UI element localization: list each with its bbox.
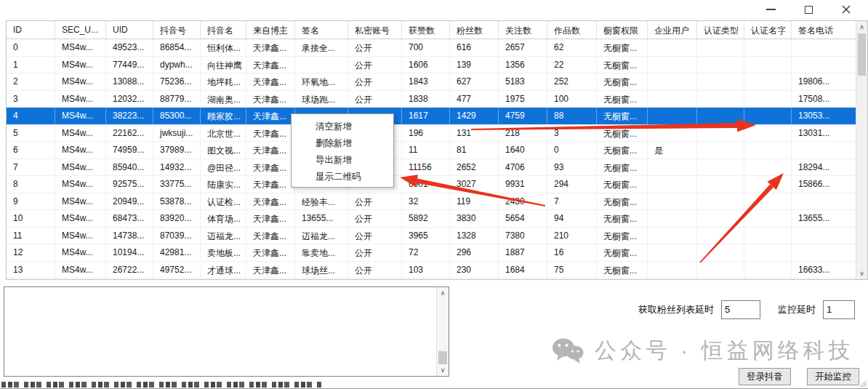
- login-douyin-button[interactable]: 登录抖音: [739, 368, 791, 385]
- table-cell: 5892: [402, 210, 450, 227]
- table-cell: 616: [450, 39, 499, 56]
- table-row[interactable]: 11MS4w...14738...87039...迈福龙...天津鑫...迈福龙…: [7, 228, 856, 245]
- table-cell: 球场跑...: [295, 91, 348, 108]
- minimize-button[interactable]: [752, 0, 789, 19]
- watermark-text: 公众号 · 恒益网络科技: [595, 336, 854, 366]
- table-cell: [792, 244, 856, 261]
- table-cell: 1356: [499, 57, 547, 73]
- table-row[interactable]: 10MS4w...68473...83920...体育场...天津鑫...136…: [7, 210, 856, 228]
- table-cell: 42981...: [153, 244, 201, 261]
- table-cell: 1838: [402, 91, 450, 108]
- table-row[interactable]: 2MS4w...13088...75236...地坪耗...天津鑫...环氧地.…: [7, 73, 856, 91]
- table-cell: MS4w...: [55, 57, 106, 73]
- table-cell: 天津鑫...: [246, 228, 295, 244]
- table-row[interactable]: 0MS4w...49523...86854...恒利体...天津鑫...承接全.…: [7, 39, 856, 57]
- table-row[interactable]: 12MS4w...10194...42981...卖地板...天津鑫...靠卖地…: [7, 244, 856, 262]
- table-cell: 100: [547, 91, 597, 108]
- log-output-area[interactable]: ∧ ∨: [4, 286, 449, 377]
- table-cell: [697, 193, 744, 210]
- fans-delay-label: 获取粉丝列表延时: [638, 303, 714, 316]
- table-row[interactable]: 6MS4w...74959...37989...图文视...天津鑫...1181…: [7, 142, 856, 159]
- scroll-down-icon[interactable]: ∨: [856, 268, 867, 279]
- table-cell: 天津鑫...: [246, 91, 295, 108]
- context-menu-item[interactable]: 导出新增: [292, 151, 393, 168]
- table-cell: MS4w...: [55, 73, 106, 90]
- table-cell: MS4w...: [55, 108, 106, 124]
- context-menu-item[interactable]: 清空新增: [292, 118, 393, 135]
- table-cell: [744, 228, 792, 244]
- table-row[interactable]: 9MS4w...20949...53878...认证检...天津鑫...经验丰.…: [7, 193, 856, 211]
- table-row[interactable]: 13MS4w...26722...49752...才通球...天津鑫...球场丝…: [7, 262, 856, 279]
- table-row[interactable]: 5MS4w...22162...jwksuji...北京世...天津鑫...19…: [7, 125, 856, 143]
- scroll-down-icon[interactable]: ∨: [437, 364, 449, 376]
- table-cell: 陆康实...: [201, 176, 246, 193]
- table-cell: 294: [547, 176, 597, 193]
- table-cell: MS4w...: [55, 142, 106, 159]
- column-header[interactable]: UID: [106, 21, 153, 39]
- table-columns-area: IDSEC_U...UID抖音号抖音名来自博主签名私密账号获赞数粉丝数关注数作品…: [7, 21, 856, 279]
- column-header[interactable]: 来自博主: [246, 21, 295, 39]
- scroll-up-icon[interactable]: ∧: [856, 21, 867, 33]
- table-cell: 10194...: [106, 244, 153, 261]
- scrollbar-thumb[interactable]: [858, 33, 866, 76]
- close-button[interactable]: [827, 0, 865, 19]
- table-cell: 经验丰...: [295, 193, 348, 210]
- fans-delay-input[interactable]: [721, 300, 760, 319]
- context-menu-item[interactable]: 删除新增: [292, 135, 393, 151]
- column-header[interactable]: SEC_U...: [55, 21, 106, 39]
- table-row[interactable]: 3MS4w...12032...88779...湖南奥...天津鑫...球场跑.…: [7, 91, 856, 108]
- column-header[interactable]: 橱窗权限: [597, 21, 648, 39]
- monitor-delay-input[interactable]: [823, 300, 855, 319]
- table-cell: 8: [7, 176, 55, 193]
- column-header[interactable]: 作品数: [547, 21, 597, 39]
- column-header[interactable]: 关注数: [499, 21, 547, 39]
- column-header[interactable]: 认证类型: [697, 21, 744, 39]
- table-cell: [648, 73, 697, 90]
- table-row[interactable]: 4MS4w...38223...85300...顾家胶...天津鑫...1617…: [7, 108, 856, 125]
- table-row[interactable]: 7MS4w...85940...14932...@田径...天津鑫...1115…: [7, 159, 856, 177]
- context-menu-item[interactable]: 显示二维码: [292, 168, 393, 185]
- column-header[interactable]: 抖音名: [201, 21, 246, 39]
- start-monitor-button[interactable]: 开始监控: [807, 368, 859, 385]
- table-cell: [697, 73, 744, 90]
- table-cell: 81: [450, 142, 499, 159]
- table-cell: 1617: [402, 108, 450, 124]
- table-cell: 296: [450, 244, 499, 261]
- monitor-delay-label: 监控延时: [778, 303, 816, 316]
- column-header[interactable]: 私密账号: [348, 21, 402, 39]
- column-header[interactable]: 认证名字: [744, 21, 792, 39]
- table-cell: [697, 91, 744, 108]
- table-header: IDSEC_U...UID抖音号抖音名来自博主签名私密账号获赞数粉丝数关注数作品…: [7, 21, 856, 39]
- table-cell: 3: [547, 125, 597, 142]
- table-row[interactable]: 1MS4w...77449...dypwh...向往神鹰天津鑫...公开1606…: [7, 57, 856, 74]
- table-cell: 1843: [402, 73, 450, 90]
- table-cell: 2652: [450, 159, 499, 176]
- table-cell: 85300...: [153, 108, 201, 124]
- table-cell: 无橱窗...: [597, 228, 648, 244]
- scroll-up-icon[interactable]: ∧: [437, 287, 449, 299]
- resize-grip[interactable]: [860, 380, 867, 387]
- table-cell: 700: [402, 39, 450, 56]
- column-header[interactable]: 企业用户: [648, 21, 697, 39]
- scrollbar-thumb[interactable]: [438, 351, 447, 364]
- table-cell: 103: [402, 262, 450, 278]
- table-cell: 2657: [499, 39, 547, 56]
- table-cell: 1684: [499, 262, 547, 278]
- table-cell: 88: [547, 108, 597, 124]
- app-window: { "titlebar": { "icons": { "minimize": "…: [0, 0, 868, 389]
- clipped-text-row: [1, 382, 323, 388]
- table-cell: 1640: [499, 142, 547, 159]
- column-header[interactable]: ID: [7, 21, 55, 39]
- table-vertical-scrollbar[interactable]: ∧ ∨: [856, 21, 867, 279]
- column-header[interactable]: 粉丝数: [450, 21, 499, 39]
- table-row[interactable]: 8MS4w...92575...33775...陆康实...天津鑫...6901…: [7, 176, 856, 193]
- column-header[interactable]: 获赞数: [402, 21, 450, 39]
- maximize-button[interactable]: [789, 0, 827, 19]
- table-cell: [648, 176, 697, 193]
- log-vertical-scrollbar[interactable]: ∧ ∨: [436, 287, 449, 376]
- table-cell: 2: [7, 73, 55, 90]
- column-header[interactable]: 签名电话: [792, 21, 856, 39]
- table-cell: 92575...: [106, 176, 153, 193]
- column-header[interactable]: 签名: [295, 21, 348, 39]
- column-header[interactable]: 抖音号: [153, 21, 201, 39]
